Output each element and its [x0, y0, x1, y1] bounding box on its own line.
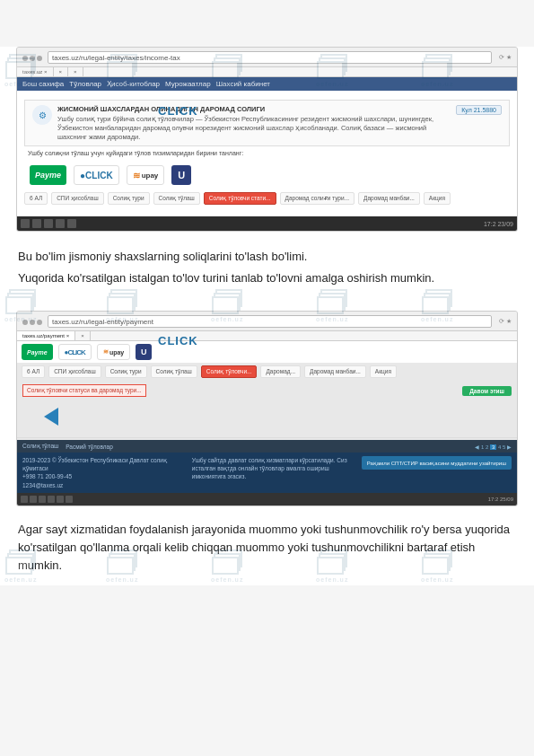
inner-btn-official[interactable]: Расмий тўловлар	[66, 444, 113, 450]
stat2-income: Даромад...	[260, 365, 301, 378]
section-spacer-1	[0, 298, 534, 305]
pag-2: 2	[486, 444, 488, 450]
inner-bottom-nav-2: Солиқ тўлаш Расмий тўловлар ◀ 1 2 3 4 5 …	[17, 440, 517, 453]
footer-copyright: 2019-2023 © Ўзбекистон Республикаси Давл…	[22, 456, 185, 472]
taskbar-icon-3	[44, 219, 53, 228]
info-box-1: ⚙ ЖИСМОНИЙ ШАХСЛАРДАН ОЛИНАДИГАН ДАРОМАД…	[24, 100, 510, 146]
footer-col-3: Рақамли СПТ/СТИР васиқасини муддатини уз…	[362, 456, 512, 470]
page: oefen.uz oefen.uz oefen.uz oefen.uz oefe…	[0, 47, 534, 585]
footer-dark-section: 2019-2023 © Ўзбекистон Республикаси Давл…	[17, 453, 517, 492]
payment-logos-1: Payme ●CLICK ≋ upay U	[24, 162, 510, 189]
stat-income-type-1: Даромад солиғи тури...	[280, 192, 355, 205]
text-para-1: Bu bo'lim jismoniy shaxslarning soliqlar…	[18, 248, 516, 266]
browser-bottom-bar-2: 17:2 25/09	[17, 493, 517, 505]
inner-tab-3: ×	[68, 67, 83, 76]
stat-tax-pay-1: Солиқ тўлаш	[153, 192, 200, 205]
footer-desc: Ушбу сайтда давлат солиқ хизматлари кўрс…	[192, 456, 355, 480]
browser-chrome-2: taxes.uz/ru/legal-entity/payment ⟳ ★	[17, 312, 517, 331]
info-badge-1: Кул 21.5880	[456, 105, 502, 115]
pay-logos-row-2: Payme ●CLICK ≋ upay U	[17, 341, 517, 363]
u-logo-2[interactable]: U	[136, 344, 152, 360]
footer-phone: +998 71 200-99-45	[22, 472, 185, 480]
browser-dots-2	[22, 314, 44, 328]
footer-col-2: Ушбу сайтда давлат солиқ хизматлари кўрс…	[192, 456, 355, 480]
description-1: Ушбу солиқни тўлаш учун қуйидаги тўлов т…	[24, 150, 510, 157]
stat2-payer: Солиқ тўловчи...	[201, 365, 258, 378]
bb-icon-6	[66, 496, 73, 503]
bb-clock: 17:2 25/09	[488, 497, 513, 502]
pag-5: 5	[503, 444, 505, 450]
info-icon-1: ⚙	[32, 105, 52, 125]
nav-home-1: Бош сахифа	[22, 80, 64, 88]
stat-payer-status-1: Солиқ тўловчи стати...	[204, 192, 276, 205]
click-highlight-2: CLICK	[158, 334, 198, 347]
taskbar-clock-1: 17:2 23/09	[484, 221, 513, 227]
continue-btn-2[interactable]: Давом этиш	[462, 386, 512, 396]
stat-income-source-1: Даромад манбаи...	[358, 192, 420, 205]
taskbar-icon-1	[21, 219, 30, 228]
red-highlight-box: Солиқ тўловчи статуси ва даромад тури...	[22, 384, 146, 397]
pag-prev: ◀	[475, 444, 479, 450]
payme-logo-2[interactable]: Payme	[22, 344, 53, 360]
inner-nav-1: Бош сахифа Тўловлар Ҳисоб-китоблар Мурож…	[17, 77, 517, 91]
text-para-2: Yuqorida ko'rsatilgan istalgan to'lov tu…	[18, 269, 516, 287]
divider-2	[17, 437, 517, 438]
browser-screenshot-2: taxes.uz/ru/legal-entity/payment ⟳ ★ tax…	[16, 311, 518, 505]
nav-calc-1: Ҳисоб-китоблар	[107, 80, 160, 88]
browser-controls-2: ⟳ ★	[499, 318, 512, 325]
stats-row-2: 6 АЛ СПИ ҳисоблаш Солиқ тури Солиқ тўлаш…	[17, 365, 517, 378]
bb-icon-5	[57, 496, 64, 503]
click-logo-1[interactable]: ●CLICK	[74, 165, 119, 185]
stats-row-1: 6 АЛ СПИ ҳисоблаш Солиқ тури Солиқ тўлаш…	[24, 192, 510, 205]
u-logo-1[interactable]: U	[171, 165, 191, 185]
footer-email: 1234@taxes.uz	[22, 481, 185, 489]
browser-bottom-bar-1: 17:2 23/09	[17, 216, 517, 231]
stat2-6al: 6 АЛ	[22, 365, 45, 378]
action-row-2: Солиқ тўловчи статуси ва даромад тури...…	[17, 381, 517, 400]
text-section-1: Bu bo'lim jismoniy shaxslarning soliqlar…	[0, 237, 534, 298]
bb-icon-1	[21, 496, 28, 503]
browser-controls-1: ⟳ ★	[499, 54, 512, 61]
upay-logo-2[interactable]: ≋ upay	[97, 344, 130, 360]
stat2-tax-pay: Солиқ тўлаш	[151, 365, 197, 378]
pag-1: 1	[481, 444, 484, 450]
click-logo-2[interactable]: ●CLICK	[58, 344, 92, 360]
browser-dots-1	[22, 50, 44, 64]
info-title-1: ЖИСМОНИЙ ШАХСЛАРДАН ОЛИНАДИГАН ДАРОМАД С…	[57, 105, 451, 113]
inner-tab-2-1: taxes.uz/payment ×	[17, 331, 75, 340]
stat-action-1: Акция	[424, 192, 451, 205]
pagination-label-2: ◀ 1 2 3 4 5 ▶	[475, 444, 512, 450]
browser-url-2: taxes.uz/ru/legal-entity/payment	[48, 315, 492, 328]
footer-dark-inner: 2019-2023 © Ўзбекистон Республикаси Давл…	[22, 456, 512, 488]
stat2-tax-type: Солиқ тури	[105, 365, 147, 378]
taskbar-icon-2	[32, 219, 41, 228]
nav-pay-1: Тўловлар	[69, 80, 101, 88]
browser-content-1: ⚙ ЖИСМОНИЙ ШАХСЛАРДАН ОЛИНАДИГАН ДАРОМАД…	[17, 91, 517, 216]
taskbar-icon-5	[67, 219, 76, 228]
browser-url-1: taxes.uz/ru/legal-entity/taxes/income-ta…	[48, 51, 492, 64]
upay-logo-1[interactable]: ≋ upay	[127, 165, 165, 185]
payme-logo-1[interactable]: Payme	[30, 165, 66, 185]
text-para-final: Agar sayt xizmatidan foydalanish jarayon…	[18, 521, 516, 575]
stat2-action: Акция	[370, 365, 397, 378]
footer-right-text: Рақамли СПТ/СТИР васиқасини муддатини уз…	[367, 460, 506, 466]
taskbar-icon-4	[56, 219, 65, 228]
pag-next: ▶	[507, 444, 512, 450]
footer-col-1: 2019-2023 © Ўзбекистон Республикаси Давл…	[22, 456, 185, 488]
stat-tax-type-1: Солиқ тури	[108, 192, 150, 205]
blue-arrow-icon	[44, 408, 58, 426]
bb-icon-3	[39, 496, 46, 503]
text-section-2: Agar sayt xizmatidan foydalanish jarayon…	[0, 512, 534, 585]
bb-icon-2	[30, 496, 37, 503]
stat2-spi: СПИ ҳисоблаш	[48, 365, 101, 378]
bb-icon-4	[48, 496, 55, 503]
click-highlight-1: CLICK	[158, 104, 198, 118]
nav-cabinet-1: Шахсий кабинет	[216, 80, 270, 88]
stat2-source: Даромад манбаи...	[304, 365, 366, 378]
stat-spi-1: СПИ ҳисоблаш	[51, 192, 103, 205]
inner-btn-tax[interactable]: Солиқ тўлаш	[22, 443, 58, 450]
pag-3-active: 3	[490, 444, 496, 450]
inner-tab-1: taxes.uz ×	[17, 67, 54, 76]
inner-tab-bar-2: taxes.uz/payment × ×	[17, 331, 517, 341]
stat-6al-1: 6 АЛ	[24, 192, 48, 205]
